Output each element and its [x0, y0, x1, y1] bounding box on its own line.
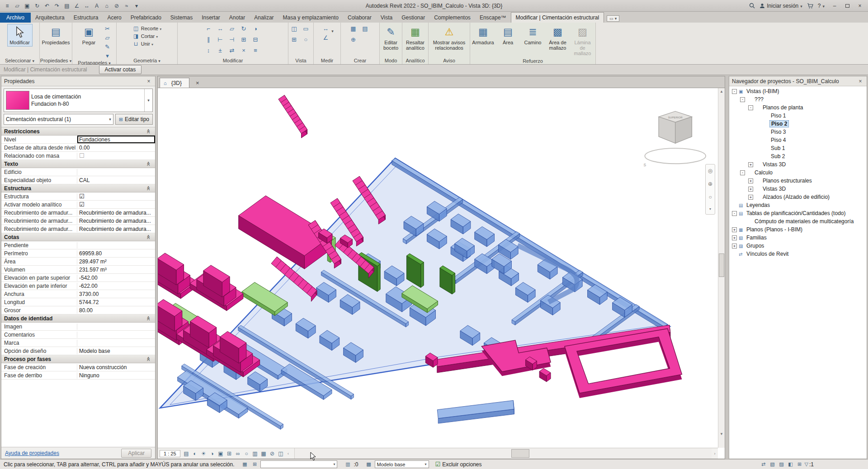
tree-item[interactable]: Piso 3: [729, 128, 867, 136]
tree-item[interactable]: + Vistas 3D: [729, 185, 867, 193]
ribbon-tab[interactable]: Gestionar: [397, 13, 429, 23]
modify-tool-icon[interactable]: ◑: [250, 24, 260, 33]
property-row[interactable]: Estructura ☑: [1, 192, 155, 201]
tree-item[interactable]: + ▨ Grupos: [729, 242, 867, 250]
property-row[interactable]: Recubrimiento de armadur... Recubrimient…: [1, 217, 155, 225]
ribbon-tab[interactable]: Arquitectura: [31, 13, 69, 23]
panel-label-medir[interactable]: Medir: [314, 57, 340, 64]
panel-label-modificar[interactable]: Modificar: [178, 57, 288, 64]
modify-tool-icon[interactable]: ⇄: [227, 46, 237, 55]
modify-button[interactable]: Modificar: [7, 24, 33, 47]
tree-toggle[interactable]: -: [748, 105, 753, 110]
checkbox-checked-icon[interactable]: ☑: [435, 461, 441, 468]
modify-tool-icon[interactable]: ↻: [239, 24, 249, 33]
design-options-icon[interactable]: ▩: [365, 461, 373, 468]
view-control-icon[interactable]: ◑: [208, 450, 217, 458]
property-value[interactable]: Modelo base: [77, 347, 155, 355]
tree-item[interactable]: Sub 2: [729, 152, 867, 160]
tree-toggle[interactable]: +: [748, 162, 753, 167]
view-control-icon[interactable]: ☀: [199, 450, 208, 458]
property-row[interactable]: Datos de identidad: [1, 314, 155, 323]
qat-icon[interactable]: ↻: [33, 2, 42, 10]
tree-toggle[interactable]: +: [748, 195, 753, 200]
ribbon-tab[interactable]: Estructura: [69, 13, 103, 23]
ribbon-tab[interactable]: Masa y emplazamiento: [278, 13, 343, 23]
ribbon-tab[interactable]: Sistemas: [166, 13, 197, 23]
property-row[interactable]: Fase de creación Nueva construcción: [1, 363, 155, 371]
exclude-options-checkbox[interactable]: ☑ Excluir opciones: [435, 461, 482, 468]
tree-item-label[interactable]: Sub 1: [769, 145, 786, 151]
worksets-icon[interactable]: ▦: [241, 461, 249, 468]
modify-tool-icon[interactable]: ⊞: [239, 35, 249, 44]
tree-toggle[interactable]: +: [732, 235, 737, 240]
selection-toggle-icon[interactable]: ◧: [787, 461, 795, 468]
tree-toggle[interactable]: +: [732, 227, 737, 232]
property-row[interactable]: Marca: [1, 339, 155, 347]
property-row[interactable]: Recubrimiento de armadur... Recubrimient…: [1, 209, 155, 217]
property-value[interactable]: 231.597 m³: [77, 266, 155, 273]
view-control-icon[interactable]: ▥: [251, 450, 259, 458]
scroll-left-icon[interactable]: ‹: [285, 451, 292, 456]
properties-help-link[interactable]: Ayuda de propiedades: [5, 450, 59, 456]
reinforcement-button[interactable]: ▦ Armadura: [471, 24, 495, 47]
clipboard-tool-icon[interactable]: ▱: [103, 33, 113, 42]
property-row[interactable]: Grosor 80.00: [1, 306, 155, 314]
property-value[interactable]: 0.00: [77, 144, 155, 151]
create-tool-icon[interactable]: ▦: [349, 24, 359, 33]
edit-sketch-button[interactable]: ✎ Editar boceto: [381, 24, 401, 52]
tree-item[interactable]: + Alzados (Alzado de edificio): [729, 193, 867, 201]
tree-item-label[interactable]: Grupos: [745, 243, 765, 249]
property-row[interactable]: Fase de derribo Ninguno: [1, 371, 155, 380]
property-row[interactable]: Estructura: [1, 184, 155, 192]
maximize-button[interactable]: [841, 1, 854, 11]
sign-in-button[interactable]: Iniciar sesión: [760, 3, 802, 9]
geometry-tool[interactable]: ◫ Recorte: [131, 25, 164, 32]
modify-tool-icon[interactable]: ⊢: [215, 35, 225, 44]
property-value[interactable]: [77, 323, 155, 330]
clipboard-tool-icon[interactable]: ✎: [103, 42, 113, 51]
property-value[interactable]: 289.497 m²: [77, 258, 155, 265]
property-row[interactable]: Anchura 3730.00: [1, 290, 155, 298]
tree-item[interactable]: + ▦ Planos (Planos - I-BIM): [729, 225, 867, 234]
qat-icon[interactable]: ⊘: [112, 2, 121, 10]
view-control-icon[interactable]: ◐: [191, 450, 199, 458]
tree-item[interactable]: - Planos de planta: [729, 103, 867, 112]
model-3d[interactable]: SUPERIORS: [158, 88, 718, 448]
property-value[interactable]: 69959.80: [77, 249, 155, 257]
view-tool-icon[interactable]: ▭: [301, 24, 311, 33]
highlight-analytical-button[interactable]: ▦ Resaltar analítico: [403, 24, 428, 52]
tree-item-label[interactable]: Vistas 3D: [761, 186, 787, 192]
tree-item[interactable]: Piso 1: [729, 112, 867, 120]
create-tool-icon[interactable]: ▤: [360, 24, 370, 33]
property-row[interactable]: Área 289.497 m²: [1, 258, 155, 266]
property-row[interactable]: Especialidad objeto CAL: [1, 176, 155, 184]
view-control-icon[interactable]: ○: [242, 450, 251, 458]
collapse-chevron-icon[interactable]: [146, 356, 155, 361]
worksets-icon[interactable]: ⊞: [250, 461, 259, 468]
panel-label-geometria[interactable]: Geometría: [117, 57, 177, 64]
view-control-icon[interactable]: ∞: [234, 450, 242, 458]
property-row[interactable]: Recubrimiento de armadur... Recubrimient…: [1, 225, 155, 233]
ribbon-tab[interactable]: Prefabricado: [126, 13, 166, 23]
property-value[interactable]: -542.00: [77, 274, 155, 281]
ribbon-tab[interactable]: Archivo: [0, 13, 31, 23]
close-browser-icon[interactable]: ×: [857, 78, 864, 84]
property-row[interactable]: Imagen: [1, 323, 155, 331]
panel-label-refuerzo[interactable]: Refuerzo: [470, 57, 595, 64]
property-row[interactable]: Cotas: [1, 233, 155, 241]
horizontal-scrollbar[interactable]: [294, 448, 712, 459]
qat-icon[interactable]: ▱: [13, 2, 22, 10]
measure-tool-icon[interactable]: ↔: [321, 24, 330, 33]
view-tool-icon[interactable]: ⊞: [289, 35, 299, 44]
reinforcement-button[interactable]: ▩ Área de mallazo: [546, 24, 570, 52]
paste-button[interactable]: ▣ Pegar: [76, 24, 102, 47]
tree-item[interactable]: Cómputo de materiales de multicategoría: [729, 217, 867, 225]
design-option-combo[interactable]: Modelo base: [375, 460, 429, 468]
tree-item-label[interactable]: Piso 2: [769, 120, 789, 127]
property-row[interactable]: Elevación en parte inferior -622.00: [1, 282, 155, 290]
view-control-icon[interactable]: ◫: [277, 450, 285, 458]
tree-item-label[interactable]: Vistas (I-BIM): [745, 88, 780, 94]
property-value[interactable]: Recubrimiento de armadura...: [77, 217, 155, 225]
qat-icon[interactable]: ↶: [42, 2, 52, 10]
panel-label-analitico[interactable]: Analítico: [402, 57, 428, 64]
